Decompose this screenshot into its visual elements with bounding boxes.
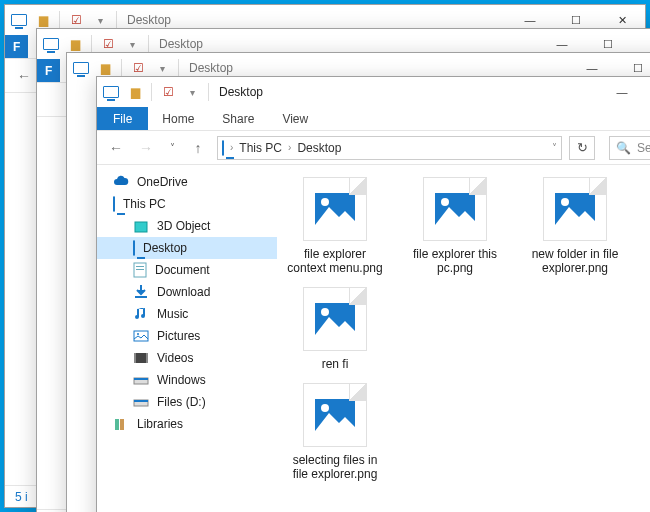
navigation-pane[interactable]: OneDriveThis PC3D ObjectDesktopDocumentD…: [97, 165, 277, 512]
chevron-right-icon[interactable]: ›: [288, 142, 291, 153]
file-item[interactable]: selecting files in file explorer.png: [285, 383, 385, 481]
address-dropdown-icon[interactable]: ˅: [552, 142, 557, 153]
qat-dropdown-icon[interactable]: ▾: [184, 84, 200, 100]
nav-item-3d-object[interactable]: 3D Object: [97, 215, 277, 237]
titlebar[interactable]: ▆ ☑ ▾ Desktop — ☐ ✕: [97, 77, 650, 107]
pictures-icon: [133, 328, 149, 344]
item-count: 5 i: [15, 490, 28, 504]
properties-icon[interactable]: ☑: [68, 12, 84, 28]
quick-access-toolbar: ▆ ☑ ▾: [103, 83, 209, 101]
file-menu[interactable]: F: [5, 35, 28, 58]
file-menu[interactable]: File: [97, 107, 148, 130]
ribbon: File Home Share View: [97, 107, 650, 131]
doc-icon: [133, 262, 147, 278]
breadcrumb[interactable]: › This PC › Desktop ˅: [217, 136, 562, 160]
breadcrumb-current[interactable]: Desktop: [297, 141, 341, 155]
nav-item-libraries[interactable]: Libraries: [97, 413, 277, 435]
nav-label: Libraries: [137, 417, 183, 431]
file-name: ren fi: [322, 357, 349, 371]
nav-item-pictures[interactable]: Pictures: [97, 325, 277, 347]
window-title: Desktop: [189, 61, 233, 75]
minimize-button[interactable]: —: [599, 77, 645, 107]
cloud-icon: [113, 174, 129, 190]
back-button[interactable]: ←: [105, 137, 127, 159]
file-explorer-window: ▆ ☑ ▾ Desktop — ☐ ✕ File Home Share View…: [96, 76, 650, 512]
file-item[interactable]: ren fi: [285, 287, 385, 371]
image-file-icon: [303, 177, 367, 241]
image-file-icon: [543, 177, 607, 241]
file-item[interactable]: file explorer this pc.png: [405, 177, 505, 275]
qat-dropdown-icon[interactable]: ▾: [124, 36, 140, 52]
chevron-right-icon[interactable]: ›: [230, 142, 233, 153]
nav-item-files-d-[interactable]: Files (D:): [97, 391, 277, 413]
recent-dropdown-icon[interactable]: ˅: [165, 137, 179, 159]
tab-home[interactable]: Home: [148, 107, 208, 130]
properties-icon[interactable]: ☑: [100, 36, 116, 52]
nav-label: Download: [157, 285, 210, 299]
tab-share[interactable]: Share: [208, 107, 268, 130]
app-icon: [43, 36, 59, 52]
svg-point-19: [441, 198, 449, 206]
image-file-icon: [423, 177, 487, 241]
svg-point-25: [321, 404, 329, 412]
nav-label: Files (D:): [157, 395, 206, 409]
nav-label: Desktop: [143, 241, 187, 255]
properties-icon[interactable]: ☑: [160, 84, 176, 100]
image-file-icon: [303, 383, 367, 447]
nav-item-music[interactable]: Music: [97, 303, 277, 325]
app-icon: [103, 84, 119, 100]
nav-item-windows[interactable]: Windows: [97, 369, 277, 391]
file-list[interactable]: file explorer context menu.pngfile explo…: [277, 165, 650, 512]
nav-item-download[interactable]: Download: [97, 281, 277, 303]
drive-icon: [133, 394, 149, 410]
svg-rect-15: [120, 419, 124, 430]
folder-icon: ▆: [35, 12, 51, 28]
nav-label: 3D Object: [157, 219, 210, 233]
nav-label: Windows: [157, 373, 206, 387]
file-name: file explorer this pc.png: [405, 247, 505, 275]
address-bar: ← → ˅ ↑ › This PC › Desktop ˅ ↻ 🔍 Search: [97, 131, 650, 165]
folder-icon: ▆: [67, 36, 83, 52]
svg-rect-9: [146, 353, 148, 363]
nav-label: Videos: [157, 351, 193, 365]
nav-label: OneDrive: [137, 175, 188, 189]
file-menu[interactable]: F: [37, 59, 60, 82]
qat-dropdown-icon[interactable]: ▾: [92, 12, 108, 28]
search-input[interactable]: 🔍 Search: [609, 136, 650, 160]
search-icon: 🔍: [616, 141, 631, 155]
nav-item-onedrive[interactable]: OneDrive: [97, 171, 277, 193]
nav-item-this-pc[interactable]: This PC: [97, 193, 277, 215]
qat-dropdown-icon[interactable]: ▾: [154, 60, 170, 76]
file-item[interactable]: new folder in file explorer.png: [525, 177, 625, 275]
file-item[interactable]: file explorer context menu.png: [285, 177, 385, 275]
tab-view[interactable]: View: [268, 107, 322, 130]
forward-button[interactable]: →: [135, 137, 157, 159]
properties-icon[interactable]: ☑: [130, 60, 146, 76]
svg-point-17: [321, 198, 329, 206]
app-icon: [11, 12, 27, 28]
search-placeholder: Search: [637, 141, 650, 155]
cube-icon: [133, 218, 149, 234]
pc-icon: [113, 197, 115, 211]
desktop-icon: [133, 241, 135, 255]
nav-item-document[interactable]: Document: [97, 259, 277, 281]
nav-item-videos[interactable]: Videos: [97, 347, 277, 369]
app-icon: [73, 60, 89, 76]
window-title: Desktop: [127, 13, 171, 27]
svg-rect-4: [135, 296, 147, 298]
refresh-button[interactable]: ↻: [569, 136, 595, 160]
svg-rect-13: [134, 400, 148, 402]
up-button[interactable]: ↑: [187, 137, 209, 159]
maximize-button[interactable]: ☐: [645, 77, 650, 107]
svg-rect-0: [135, 222, 147, 232]
download-icon: [133, 284, 149, 300]
nav-item-desktop[interactable]: Desktop: [97, 237, 277, 259]
svg-rect-11: [134, 378, 148, 380]
breadcrumb-root[interactable]: This PC: [239, 141, 282, 155]
nav-label: This PC: [123, 197, 166, 211]
libraries-icon: [113, 416, 129, 432]
window-title: Desktop: [219, 85, 263, 99]
back-button[interactable]: ←: [13, 65, 35, 87]
svg-rect-5: [134, 331, 148, 341]
svg-rect-2: [136, 266, 144, 267]
